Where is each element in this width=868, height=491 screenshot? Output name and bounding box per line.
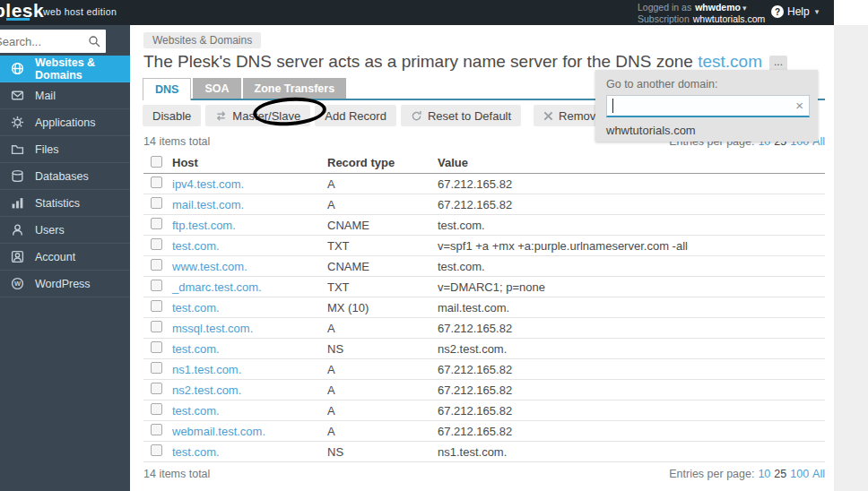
table-row: ipv4.test.com.A67.212.165.82: [143, 174, 825, 194]
record-type-cell: A: [327, 177, 438, 191]
remove-icon: [543, 111, 553, 121]
row-checkbox[interactable]: [151, 259, 162, 271]
value-cell: 67.212.165.82: [438, 383, 825, 397]
sidebar-item-label: Statistics: [35, 197, 80, 210]
tab-zone-transfers[interactable]: Zone Transfers: [243, 78, 347, 99]
items-total: 14 items total: [143, 135, 210, 148]
host-link[interactable]: test.com.: [172, 445, 327, 459]
sidebar-item-applications[interactable]: Applications: [0, 109, 130, 136]
table-row: test.com.NSns2.test.com.: [143, 339, 825, 359]
go-to-domain-panel: Go to another domain: × whwtutorials.com: [595, 70, 818, 142]
sidebar-item-account[interactable]: Account: [0, 244, 130, 271]
toolbar: Disable Master/Slave Add Record Reset to…: [143, 105, 612, 126]
sidebar-item-label: Files: [35, 143, 58, 156]
record-type-cell: TXT: [327, 239, 438, 253]
help-icon: ?: [771, 5, 784, 18]
sidebar-item-mail[interactable]: Mail: [0, 82, 130, 109]
globe-icon: [11, 62, 24, 75]
sidebar-item-label: Account: [35, 251, 75, 263]
plesk-window: plesk web host edition Logged in aswhwde…: [0, 0, 868, 491]
row-checkbox[interactable]: [151, 321, 162, 332]
row-checkbox[interactable]: [151, 341, 162, 353]
search-icon: [88, 35, 100, 47]
host-link[interactable]: test.com.: [172, 342, 327, 356]
record-type-cell: A: [327, 383, 438, 397]
sidebar-item-files[interactable]: Files: [0, 136, 130, 163]
host-link[interactable]: ns1.test.com.: [172, 363, 327, 376]
row-checkbox[interactable]: [151, 300, 162, 312]
page-size-10[interactable]: 10: [758, 468, 770, 480]
sidebar-item-label: Mail: [35, 90, 56, 102]
column-header-host: Host: [172, 156, 327, 169]
chart-icon: [11, 196, 24, 210]
record-type-cell: A: [327, 198, 438, 211]
row-checkbox[interactable]: [151, 197, 162, 209]
value-cell: 67.212.165.82: [438, 322, 825, 335]
master-slave-button[interactable]: Master/Slave: [205, 105, 310, 126]
disable-button[interactable]: Disable: [143, 105, 201, 126]
sidebar-item-label: Applications: [35, 116, 95, 129]
mail-icon: [11, 89, 24, 102]
host-link[interactable]: ftp.test.com.: [172, 219, 327, 232]
add-record-button[interactable]: Add Record: [315, 105, 396, 126]
table-row: test.com.NSns1.test.com.: [143, 442, 825, 462]
host-link[interactable]: ns2.test.com.: [172, 383, 327, 397]
domain-link[interactable]: test.com: [698, 52, 762, 71]
host-link[interactable]: mail.test.com.: [172, 198, 327, 211]
sidebar-item-databases[interactable]: Databases: [0, 163, 130, 190]
help-menu[interactable]: ? Help ▾: [771, 5, 819, 18]
table-row: mssql.test.com.A67.212.165.82: [143, 318, 825, 339]
tabs: DNS SOA Zone Transfers: [143, 78, 346, 100]
page-right-gutter: [834, 25, 868, 491]
page-title-text: The Plesk's DNS server acts as a primary…: [143, 52, 693, 71]
value-cell: v=DMARC1; p=none: [438, 280, 825, 294]
username-menu[interactable]: whwdemo: [695, 2, 741, 13]
row-checkbox[interactable]: [151, 403, 162, 415]
row-checkbox[interactable]: [151, 218, 162, 229]
clear-input-icon[interactable]: ×: [795, 98, 803, 113]
row-checkbox[interactable]: [151, 177, 162, 188]
reset-default-button[interactable]: Reset to Default: [401, 105, 521, 126]
page-size-all[interactable]: All: [812, 468, 825, 480]
row-checkbox[interactable]: [151, 362, 162, 374]
subscription-value: whwtutorials.com: [693, 13, 766, 24]
domain-search-input[interactable]: [607, 96, 809, 116]
row-checkbox[interactable]: [151, 424, 162, 435]
sidebar-item-statistics[interactable]: Statistics: [0, 190, 130, 217]
host-link[interactable]: test.com.: [172, 239, 327, 253]
row-checkbox[interactable]: [151, 238, 162, 250]
sidebar-item-wordpress[interactable]: W WordPress: [0, 271, 130, 297]
row-checkbox[interactable]: [151, 280, 162, 291]
select-all-checkbox[interactable]: [151, 156, 162, 168]
host-link[interactable]: webmail.test.com.: [172, 425, 327, 438]
row-checkbox[interactable]: [151, 444, 162, 456]
edition-label: web host edition: [43, 6, 117, 17]
breadcrumb[interactable]: Websites & Domains: [143, 32, 261, 48]
record-type-cell: CNAME: [327, 219, 438, 232]
host-link[interactable]: mssql.test.com.: [172, 322, 327, 335]
sidebar-item-label: Databases: [35, 170, 89, 183]
value-cell: ns2.test.com.: [438, 342, 825, 356]
host-link[interactable]: test.com.: [172, 301, 327, 314]
host-link[interactable]: _dmarc.test.com.: [172, 280, 327, 294]
host-link[interactable]: test.com.: [172, 404, 327, 418]
table-row: webmail.test.com.A67.212.165.82: [143, 421, 825, 442]
host-link[interactable]: www.test.com.: [172, 260, 327, 273]
tab-soa[interactable]: SOA: [193, 78, 240, 99]
button-label: Add Record: [325, 109, 386, 123]
value-cell: mail.test.com.: [438, 301, 825, 314]
sidebar-item-websites-domains[interactable]: Websites & Domains: [0, 56, 130, 82]
record-type-cell: A: [327, 404, 438, 418]
table-row: test.com.TXTv=spf1 +a +mx +a:purple.urln…: [143, 236, 825, 256]
host-link[interactable]: ipv4.test.com.: [172, 177, 327, 191]
chevron-down-icon: ▾: [815, 7, 820, 16]
table-header-row: Host Record type Value: [143, 152, 825, 174]
tab-dns[interactable]: DNS: [143, 78, 191, 100]
record-type-cell: A: [327, 425, 438, 438]
page-size-100[interactable]: 100: [790, 468, 809, 480]
domain-suggestion-item[interactable]: whwtutorials.com: [606, 124, 696, 137]
record-type-cell: A: [327, 322, 438, 335]
sidebar-item-users[interactable]: Users: [0, 217, 130, 244]
subscription-label: Subscription: [638, 13, 690, 24]
row-checkbox[interactable]: [151, 383, 162, 394]
